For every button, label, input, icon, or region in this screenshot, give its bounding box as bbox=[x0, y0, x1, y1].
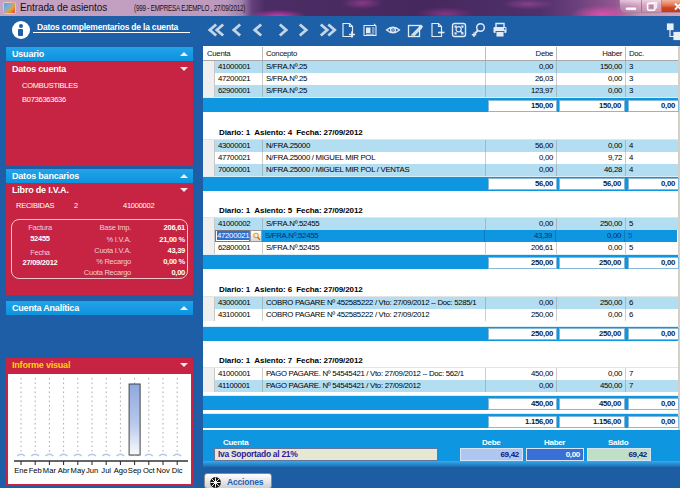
svg-text:Dic: Dic bbox=[172, 466, 183, 475]
svg-text:Ago: Ago bbox=[114, 466, 128, 475]
svg-text:Jul: Jul bbox=[101, 466, 111, 475]
svg-text:May: May bbox=[71, 466, 86, 475]
svg-text:Oct: Oct bbox=[143, 466, 156, 475]
svg-text:Abr: Abr bbox=[58, 466, 70, 475]
svg-text:Feb: Feb bbox=[29, 466, 42, 475]
svg-text:Jun: Jun bbox=[86, 466, 98, 475]
svg-text:Nov: Nov bbox=[156, 466, 170, 475]
svg-text:Ene: Ene bbox=[14, 466, 28, 475]
svg-text:Mar: Mar bbox=[43, 466, 57, 475]
svg-text:Sep: Sep bbox=[128, 466, 142, 475]
